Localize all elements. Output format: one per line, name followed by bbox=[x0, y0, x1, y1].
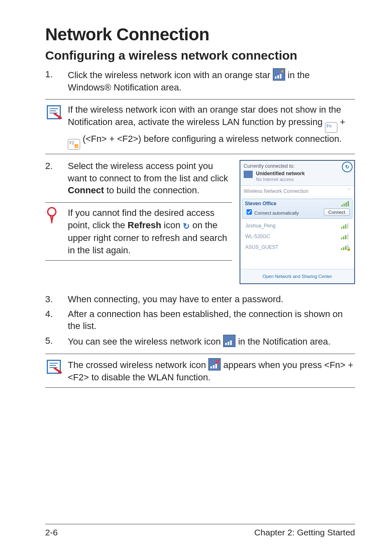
step-4: 4. After a connection has been establish… bbox=[45, 308, 355, 332]
selected-access-point[interactable]: Steven Office Connect automatically Conn… bbox=[242, 199, 353, 219]
wireless-section-label: Wireless Network Connection ˆ bbox=[240, 186, 354, 197]
note-icon bbox=[45, 358, 62, 375]
flyout-header: Currently connected to: bbox=[244, 163, 351, 169]
ap-item[interactable]: ASUS_GUEST 🔒 bbox=[240, 242, 354, 252]
collapse-icon[interactable]: ˆ bbox=[348, 188, 350, 194]
tip-text: icon bbox=[164, 220, 183, 230]
page-title: Network Connection bbox=[45, 25, 355, 44]
wireless-icon-crossed: ✕ bbox=[208, 358, 221, 370]
step-text: in the Notification area. bbox=[238, 336, 330, 347]
wireless-icon-orange-star: ★ bbox=[273, 68, 285, 81]
unidentified-network-label: Unidentified network bbox=[256, 171, 305, 176]
connect-automatically-checkbox[interactable]: Connect automatically bbox=[245, 208, 299, 216]
refresh-icon: ↻ bbox=[183, 222, 190, 231]
chapter-label: Chapter 2: Getting Started bbox=[254, 528, 355, 537]
step-number: 4. bbox=[45, 308, 68, 332]
note-box: The crossed wireless network icon ✕ appe… bbox=[45, 354, 355, 388]
step-text: After a connection has been established,… bbox=[68, 308, 355, 332]
note-text: (<Fn> + <F2>) before configuring a wirel… bbox=[83, 134, 341, 144]
section-title: Configuring a wireless network connectio… bbox=[45, 49, 355, 63]
signal-icon bbox=[341, 201, 350, 206]
step-5: 5. You can see the wireless network icon… bbox=[45, 335, 355, 348]
signal-icon bbox=[341, 223, 349, 229]
auto-checkbox[interactable] bbox=[247, 209, 252, 215]
note-box: If the wireless network icon with an ora… bbox=[45, 99, 355, 154]
step-number: 2. bbox=[45, 160, 68, 197]
plus-sign: + bbox=[340, 117, 345, 127]
no-internet-label: No Internet access bbox=[256, 177, 294, 182]
note-icon bbox=[45, 104, 62, 121]
fn-key-icon: Fn bbox=[325, 122, 337, 133]
connect-bold: Connect bbox=[68, 185, 104, 195]
step-text: Click the wireless network icon with an … bbox=[68, 70, 273, 80]
step-text: Select the wireless access point you wan… bbox=[68, 161, 228, 183]
step-number: 3. bbox=[45, 293, 68, 306]
note-text: The crossed wireless network icon bbox=[68, 360, 208, 370]
step-number: 5. bbox=[45, 335, 68, 348]
svg-point-1 bbox=[48, 208, 56, 216]
step-text: to build the connection. bbox=[106, 185, 199, 195]
step-2: 2. Select the wireless access point you … bbox=[45, 160, 232, 197]
tip-icon bbox=[45, 207, 58, 225]
note-text: If the wireless network icon with an ora… bbox=[68, 104, 341, 127]
signal-icon: 🔒 bbox=[341, 244, 349, 250]
network-icon bbox=[244, 171, 253, 178]
ap-name: ASUS_GUEST bbox=[245, 244, 279, 250]
f2-key-icon: F2📶 bbox=[68, 139, 80, 150]
step-text: You can see the wireless network icon bbox=[68, 336, 223, 347]
network-flyout-screenshot: ↻ Currently connected to: Unidentified n… bbox=[240, 160, 355, 284]
tip-box: If you cannot find the desired access po… bbox=[45, 202, 232, 261]
signal-icon bbox=[341, 234, 349, 239]
step-number: 1. bbox=[45, 68, 68, 93]
page-number: 2-6 bbox=[45, 528, 58, 537]
lock-icon: 🔒 bbox=[346, 247, 351, 251]
ap-name: WL-520GC bbox=[245, 234, 270, 239]
ap-name: Joshua_Peng bbox=[245, 223, 275, 229]
step-text: When connecting, you may have to enter a… bbox=[68, 293, 355, 306]
page-footer: 2-6 Chapter 2: Getting Started bbox=[45, 524, 355, 537]
step-3: 3. When connecting, you may have to ente… bbox=[45, 293, 355, 306]
wireless-icon bbox=[223, 335, 235, 347]
ap-name: Steven Office bbox=[245, 201, 277, 206]
open-network-center-link[interactable]: Open Network and Sharing Center bbox=[263, 274, 332, 279]
refresh-bold: Refresh bbox=[128, 220, 161, 230]
ap-item[interactable]: WL-520GC bbox=[240, 231, 354, 242]
step-1: 1. Click the wireless network icon with … bbox=[45, 68, 355, 93]
ap-item[interactable]: Joshua_Peng bbox=[240, 220, 354, 231]
refresh-button[interactable]: ↻ bbox=[342, 162, 353, 172]
connect-button[interactable]: Connect bbox=[324, 208, 350, 216]
